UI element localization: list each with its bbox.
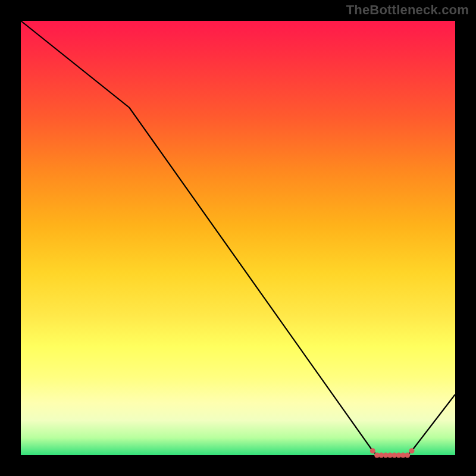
curve-group [21,21,455,458]
chart-frame: TheBottleneck.com [0,0,476,476]
series-line [21,21,455,455]
attribution-text: TheBottleneck.com [346,2,469,18]
plot-area [21,21,455,455]
data-point [370,448,375,453]
data-point [405,453,410,458]
data-point [409,448,415,453]
line-chart-svg [21,21,455,455]
